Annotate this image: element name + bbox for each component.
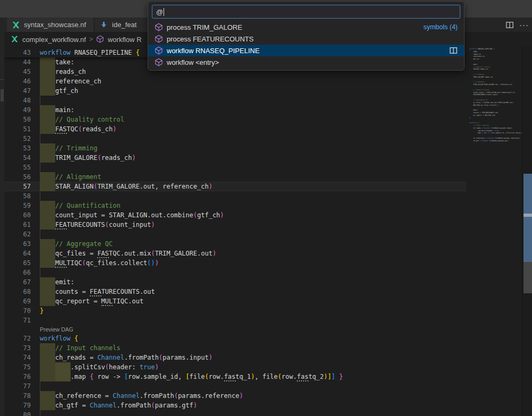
code-line-text: ch_reference = Channel.fromPath(params.r… xyxy=(55,391,243,401)
code-line[interactable]: 62 xyxy=(4,230,466,239)
gutter-line-number[interactable]: 43 xyxy=(4,48,31,57)
code-line[interactable]: 51FASTQC(reads_ch) xyxy=(4,124,466,134)
code-line[interactable]: 68counts = FEATURECOUNTS.out xyxy=(4,287,466,296)
gutter-line-number[interactable]: 56 xyxy=(4,172,31,182)
code-line-text: reference_ch xyxy=(55,77,101,86)
code-line[interactable]: 61FEATURECOUNTS(count_input) xyxy=(4,220,466,230)
code-line[interactable]: 70} xyxy=(4,306,466,316)
tab-ide-features[interactable]: ide_feat xyxy=(95,18,153,32)
quickpick-item-label: process TRIM_GALORE xyxy=(167,23,242,31)
more-actions-icon[interactable]: ··· xyxy=(519,20,529,29)
gutter-line-number[interactable]: 78 xyxy=(4,391,31,401)
code-editor[interactable]: 43workflow RNASEQ_PIPELINE {44take:45rea… xyxy=(4,47,466,416)
gutter-line-number[interactable]: 52 xyxy=(4,134,31,143)
code-line[interactable]: 76.map { row -> [row.sample_id, [file(ro… xyxy=(4,372,466,381)
code-line[interactable]: 59// Quantification xyxy=(4,201,466,210)
open-to-side-icon[interactable] xyxy=(449,46,458,55)
indent-highlight xyxy=(40,287,55,296)
gutter-line-number[interactable]: 67 xyxy=(4,277,31,287)
code-line[interactable]: 49main: xyxy=(4,105,466,115)
code-line[interactable]: 78ch_reference = Channel.fromPath(params… xyxy=(4,391,466,401)
gutter-line-number[interactable]: 53 xyxy=(4,143,31,153)
code-line[interactable]: 66 xyxy=(4,268,466,277)
quickpick-item[interactable]: workflow RNASEQ_PIPELINE xyxy=(148,45,464,56)
code-line[interactable]: 48 xyxy=(4,96,466,105)
code-line[interactable]: 55 xyxy=(4,163,466,172)
code-line[interactable]: 50// Quality control xyxy=(4,115,466,124)
quickpick-input[interactable]: @ xyxy=(152,5,460,19)
code-line[interactable]: 67emit: xyxy=(4,277,466,287)
gutter-line-number[interactable]: 51 xyxy=(4,124,31,134)
code-line[interactable]: 52 xyxy=(4,134,466,143)
gutter-line-number[interactable]: 59 xyxy=(4,201,31,210)
quickpick-item[interactable]: process FEATURECOUNTS xyxy=(148,33,464,45)
gutter-line-number[interactable]: 72 xyxy=(4,334,31,343)
code-line[interactable]: 60count_input = STAR_ALIGN.out.combine(g… xyxy=(4,210,466,220)
gutter-line-number[interactable]: 60 xyxy=(4,210,31,220)
gutter-line-number[interactable]: 70 xyxy=(4,306,31,316)
gutter-line-number[interactable]: 79 xyxy=(4,401,31,410)
gutter-line-number[interactable]: 50 xyxy=(4,115,31,124)
gutter-line-number[interactable]: 73 xyxy=(4,343,31,353)
gutter-line-number[interactable]: 62 xyxy=(4,230,31,239)
code-line[interactable]: 47gtf_ch xyxy=(4,86,466,96)
gutter-line-number[interactable]: 48 xyxy=(4,96,31,105)
gutter-line-number[interactable]: 64 xyxy=(4,249,31,258)
code-line[interactable]: 54TRIM_GALORE(reads_ch) xyxy=(4,153,466,163)
indent-highlight xyxy=(40,220,55,230)
gutter-line-number[interactable]: 46 xyxy=(4,77,31,86)
code-line[interactable]: 71 xyxy=(4,316,466,325)
code-token: FEATURECOUNTS xyxy=(90,288,140,296)
split-editor-icon[interactable] xyxy=(505,21,514,29)
gutter-line-number[interactable]: 63 xyxy=(4,239,31,249)
gutter-line-number[interactable]: 65 xyxy=(4,258,31,268)
breadcrumb-symbol[interactable]: workflow R xyxy=(108,36,142,44)
gutter-line-number[interactable]: 74 xyxy=(4,353,31,362)
gutter-line-number[interactable]: 68 xyxy=(4,287,31,296)
code-token: [ xyxy=(186,373,190,380)
code-line-text: emit: xyxy=(55,277,74,287)
gutter-line-number[interactable]: 69 xyxy=(4,296,31,306)
code-line[interactable]: 72workflow { xyxy=(4,334,466,343)
code-line[interactable]: 56// Alignment xyxy=(4,172,466,182)
tab-syntax-showcase[interactable]: syntax_showcase.nf xyxy=(7,18,94,32)
gutter-line-number[interactable]: 66 xyxy=(4,268,31,277)
minimap[interactable]: workflow RNASEQ_PIPELINE {take:reads_chr… xyxy=(466,47,522,416)
code-line[interactable]: 53// Trimming xyxy=(4,143,466,153)
code-line[interactable]: 79ch_gtf = Channel.fromPath(params.gtf) xyxy=(4,401,466,410)
gutter-line-number[interactable]: 58 xyxy=(4,191,31,201)
code-line[interactable]: 64qc_files = FASTQC.out.mix(TRIM_GALORE.… xyxy=(4,249,466,258)
gutter-line-number[interactable]: 71 xyxy=(4,316,31,325)
gutter-line-number[interactable]: 57 xyxy=(4,182,31,191)
quickpick-item[interactable]: workflow <entry> xyxy=(148,56,464,68)
code-line[interactable]: 77 xyxy=(4,381,466,391)
gutter-line-number[interactable]: 76 xyxy=(4,372,31,381)
gutter-line-number[interactable]: 55 xyxy=(4,163,31,172)
gutter-line-number[interactable]: 44 xyxy=(4,57,31,67)
code-line[interactable]: 63// Aggregate QC xyxy=(4,239,466,249)
scrollbar[interactable] xyxy=(522,47,532,416)
code-line[interactable]: 57STAR_ALIGN(TRIM_GALORE.out, reference_… xyxy=(4,182,466,191)
gutter-line-number[interactable]: 80 xyxy=(4,410,31,416)
code-line[interactable]: 58 xyxy=(4,191,466,201)
code-line[interactable]: 75.splitCsv(header: true) xyxy=(4,362,466,372)
scrollbar-thumb-gray[interactable] xyxy=(524,262,532,293)
code-line[interactable]: 65MULTIQC(qc_files.collect()) xyxy=(4,258,466,268)
gutter-line-number[interactable]: 61 xyxy=(4,220,31,230)
gutter-line-number[interactable]: 75 xyxy=(4,362,31,372)
breadcrumb-file[interactable]: complex_workflow.nf xyxy=(22,36,86,44)
codelens-preview-dag[interactable]: Preview DAG xyxy=(4,325,466,334)
quickpick-item[interactable]: process TRIM_GALOREsymbols (4) xyxy=(148,21,464,33)
gutter-line-number[interactable]: 77 xyxy=(4,381,31,391)
code-line[interactable]: 46reference_ch xyxy=(4,77,466,86)
code-line[interactable]: 69qc_report = MULTIQC.out xyxy=(4,296,466,306)
scrollbar-thumb-blue[interactable] xyxy=(524,174,532,262)
gutter-line-number[interactable]: 45 xyxy=(4,67,31,77)
left-scrollbar-thumb[interactable] xyxy=(1,89,4,101)
gutter-line-number[interactable]: 49 xyxy=(4,105,31,115)
code-line[interactable]: 74ch_reads = Channel.fromPath(params.inp… xyxy=(4,353,466,362)
code-line[interactable]: 73// Input channels xyxy=(4,343,466,353)
code-line[interactable]: 80 xyxy=(4,410,466,416)
gutter-line-number[interactable]: 54 xyxy=(4,153,31,163)
gutter-line-number[interactable]: 47 xyxy=(4,86,31,96)
